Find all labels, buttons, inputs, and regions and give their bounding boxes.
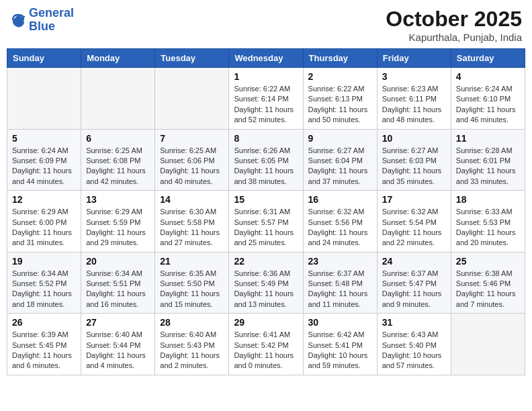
calendar-cell: 13Sunrise: 6:29 AM Sunset: 5:59 PM Dayli… — [81, 191, 155, 253]
calendar-cell: 28Sunrise: 6:40 AM Sunset: 5:43 PM Dayli… — [155, 314, 229, 375]
calendar-cell: 31Sunrise: 6:43 AM Sunset: 5:40 PM Dayli… — [377, 314, 451, 375]
logo-icon — [10, 12, 26, 28]
page-header: General Blue October 2025 Kapurthala, Pu… — [7, 7, 525, 43]
calendar-cell: 29Sunrise: 6:41 AM Sunset: 5:42 PM Dayli… — [229, 314, 303, 375]
day-number: 20 — [86, 256, 150, 267]
location-subtitle: Kapurthala, Punjab, India — [386, 32, 522, 43]
day-number: 15 — [234, 194, 298, 205]
calendar-cell: 27Sunrise: 6:40 AM Sunset: 5:44 PM Dayli… — [81, 314, 155, 375]
day-number: 26 — [12, 317, 76, 328]
day-number: 7 — [160, 133, 224, 144]
day-info: Sunrise: 6:22 AM Sunset: 6:14 PM Dayligh… — [234, 84, 298, 126]
calendar-header-row: SundayMondayTuesdayWednesdayThursdayFrid… — [7, 49, 525, 68]
day-number: 13 — [86, 194, 150, 205]
day-info: Sunrise: 6:34 AM Sunset: 5:52 PM Dayligh… — [12, 269, 76, 310]
day-header-saturday: Saturday — [451, 49, 525, 68]
day-info: Sunrise: 6:25 AM Sunset: 6:06 PM Dayligh… — [160, 146, 224, 187]
day-info: Sunrise: 6:26 AM Sunset: 6:05 PM Dayligh… — [234, 146, 298, 187]
calendar-cell: 25Sunrise: 6:38 AM Sunset: 5:46 PM Dayli… — [451, 252, 525, 314]
calendar-cell: 26Sunrise: 6:39 AM Sunset: 5:45 PM Dayli… — [7, 314, 81, 375]
title-block: October 2025 Kapurthala, Punjab, India — [386, 7, 522, 43]
calendar-week-row: 19Sunrise: 6:34 AM Sunset: 5:52 PM Dayli… — [7, 252, 525, 314]
day-header-friday: Friday — [377, 49, 451, 68]
day-info: Sunrise: 6:32 AM Sunset: 5:54 PM Dayligh… — [382, 207, 446, 248]
day-number: 30 — [308, 317, 372, 328]
day-number: 22 — [234, 256, 298, 267]
calendar-cell: 3Sunrise: 6:23 AM Sunset: 6:11 PM Daylig… — [377, 68, 451, 130]
day-header-wednesday: Wednesday — [229, 49, 303, 68]
calendar-cell: 20Sunrise: 6:34 AM Sunset: 5:51 PM Dayli… — [81, 252, 155, 314]
day-header-thursday: Thursday — [303, 49, 377, 68]
calendar-cell: 14Sunrise: 6:30 AM Sunset: 5:58 PM Dayli… — [155, 191, 229, 253]
day-info: Sunrise: 6:23 AM Sunset: 6:11 PM Dayligh… — [382, 84, 446, 126]
calendar-cell: 9Sunrise: 6:27 AM Sunset: 6:04 PM Daylig… — [303, 129, 377, 191]
day-info: Sunrise: 6:34 AM Sunset: 5:51 PM Dayligh… — [86, 269, 150, 310]
calendar-week-row: 26Sunrise: 6:39 AM Sunset: 5:45 PM Dayli… — [7, 314, 525, 375]
day-number: 28 — [160, 317, 224, 328]
calendar-cell: 1Sunrise: 6:22 AM Sunset: 6:14 PM Daylig… — [229, 68, 303, 130]
day-info: Sunrise: 6:39 AM Sunset: 5:45 PM Dayligh… — [12, 330, 76, 371]
day-info: Sunrise: 6:43 AM Sunset: 5:40 PM Dayligh… — [382, 330, 446, 371]
day-info: Sunrise: 6:30 AM Sunset: 5:58 PM Dayligh… — [160, 207, 224, 248]
logo: General Blue — [10, 7, 74, 34]
day-number: 9 — [308, 133, 372, 144]
day-number: 16 — [308, 194, 372, 205]
calendar-week-row: 1Sunrise: 6:22 AM Sunset: 6:14 PM Daylig… — [7, 68, 525, 130]
calendar-cell: 18Sunrise: 6:33 AM Sunset: 5:53 PM Dayli… — [451, 191, 525, 253]
day-number: 1 — [234, 71, 298, 82]
month-title: October 2025 — [386, 7, 522, 32]
calendar-cell: 7Sunrise: 6:25 AM Sunset: 6:06 PM Daylig… — [155, 129, 229, 191]
day-info: Sunrise: 6:27 AM Sunset: 6:04 PM Dayligh… — [308, 146, 372, 187]
day-number: 4 — [456, 71, 520, 82]
calendar-cell: 17Sunrise: 6:32 AM Sunset: 5:54 PM Dayli… — [377, 191, 451, 253]
day-number: 24 — [382, 256, 446, 267]
day-header-tuesday: Tuesday — [155, 49, 229, 68]
calendar-cell: 2Sunrise: 6:22 AM Sunset: 6:13 PM Daylig… — [303, 68, 377, 130]
day-info: Sunrise: 6:36 AM Sunset: 5:49 PM Dayligh… — [234, 269, 298, 310]
day-number: 23 — [308, 256, 372, 267]
calendar-cell: 10Sunrise: 6:27 AM Sunset: 6:03 PM Dayli… — [377, 129, 451, 191]
day-info: Sunrise: 6:22 AM Sunset: 6:13 PM Dayligh… — [308, 84, 372, 126]
day-info: Sunrise: 6:42 AM Sunset: 5:41 PM Dayligh… — [308, 330, 372, 371]
calendar-cell: 16Sunrise: 6:32 AM Sunset: 5:56 PM Dayli… — [303, 191, 377, 253]
calendar-cell: 4Sunrise: 6:24 AM Sunset: 6:10 PM Daylig… — [451, 68, 525, 130]
day-number: 31 — [382, 317, 446, 328]
day-info: Sunrise: 6:37 AM Sunset: 5:48 PM Dayligh… — [308, 269, 372, 310]
day-info: Sunrise: 6:24 AM Sunset: 6:10 PM Dayligh… — [456, 84, 520, 126]
day-info: Sunrise: 6:28 AM Sunset: 6:01 PM Dayligh… — [456, 146, 520, 187]
day-number: 6 — [86, 133, 150, 144]
day-info: Sunrise: 6:37 AM Sunset: 5:47 PM Dayligh… — [382, 269, 446, 310]
day-number: 19 — [12, 256, 76, 267]
calendar-cell: 21Sunrise: 6:35 AM Sunset: 5:50 PM Dayli… — [155, 252, 229, 314]
calendar-cell — [7, 68, 81, 130]
calendar-cell: 30Sunrise: 6:42 AM Sunset: 5:41 PM Dayli… — [303, 314, 377, 375]
day-info: Sunrise: 6:35 AM Sunset: 5:50 PM Dayligh… — [160, 269, 224, 310]
calendar-cell: 19Sunrise: 6:34 AM Sunset: 5:52 PM Dayli… — [7, 252, 81, 314]
calendar-table: SundayMondayTuesdayWednesdayThursdayFrid… — [7, 48, 525, 375]
day-info: Sunrise: 6:38 AM Sunset: 5:46 PM Dayligh… — [456, 269, 520, 310]
day-info: Sunrise: 6:41 AM Sunset: 5:42 PM Dayligh… — [234, 330, 298, 371]
day-number: 29 — [234, 317, 298, 328]
day-info: Sunrise: 6:33 AM Sunset: 5:53 PM Dayligh… — [456, 207, 520, 248]
day-number: 27 — [86, 317, 150, 328]
calendar-cell: 15Sunrise: 6:31 AM Sunset: 5:57 PM Dayli… — [229, 191, 303, 253]
calendar-week-row: 5Sunrise: 6:24 AM Sunset: 6:09 PM Daylig… — [7, 129, 525, 191]
calendar-cell: 11Sunrise: 6:28 AM Sunset: 6:01 PM Dayli… — [451, 129, 525, 191]
calendar-cell: 6Sunrise: 6:25 AM Sunset: 6:08 PM Daylig… — [81, 129, 155, 191]
calendar-cell: 8Sunrise: 6:26 AM Sunset: 6:05 PM Daylig… — [229, 129, 303, 191]
logo-text: General Blue — [29, 7, 74, 34]
calendar-cell — [451, 314, 525, 375]
day-header-monday: Monday — [81, 49, 155, 68]
calendar-cell: 23Sunrise: 6:37 AM Sunset: 5:48 PM Dayli… — [303, 252, 377, 314]
day-number: 2 — [308, 71, 372, 82]
calendar-cell — [81, 68, 155, 130]
day-number: 12 — [12, 194, 76, 205]
day-info: Sunrise: 6:29 AM Sunset: 5:59 PM Dayligh… — [86, 207, 150, 248]
day-info: Sunrise: 6:24 AM Sunset: 6:09 PM Dayligh… — [12, 146, 76, 187]
calendar-cell: 24Sunrise: 6:37 AM Sunset: 5:47 PM Dayli… — [377, 252, 451, 314]
day-info: Sunrise: 6:40 AM Sunset: 5:43 PM Dayligh… — [160, 330, 224, 371]
day-number: 18 — [456, 194, 520, 205]
day-number: 21 — [160, 256, 224, 267]
day-number: 25 — [456, 256, 520, 267]
day-number: 10 — [382, 133, 446, 144]
